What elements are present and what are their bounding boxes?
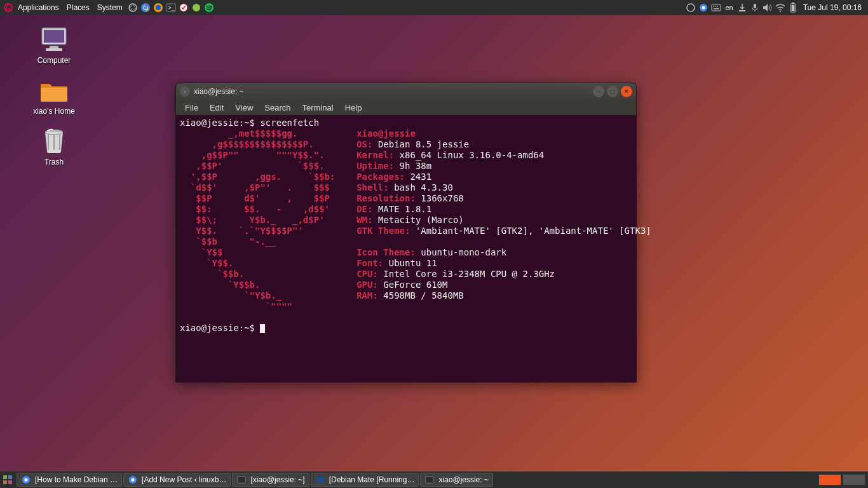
- window-close-button[interactable]: ✕: [621, 86, 632, 97]
- svg-rect-16: [713, 6, 714, 7]
- svg-rect-21: [754, 4, 756, 8]
- task-label: xiao@jessie: ~: [438, 475, 489, 484]
- battery-tray-icon[interactable]: [787, 1, 799, 14]
- applications-menu[interactable]: Applications: [14, 3, 63, 12]
- task-virtualbox[interactable]: [Debian Mate [Running…: [311, 473, 419, 487]
- qbittorrent-icon[interactable]: [190, 1, 203, 14]
- microphone-tray-icon[interactable]: [749, 1, 761, 14]
- terminal-icon: [236, 475, 247, 485]
- desktop-trash-label: Trash: [25, 158, 83, 166]
- terminal-body[interactable]: xiao@jessie:~$ screenfetch _,met$$$$$gg.…: [176, 115, 636, 382]
- spotify-icon[interactable]: [203, 1, 215, 14]
- svg-rect-28: [50, 46, 58, 48]
- svg-rect-30: [41, 88, 67, 102]
- chrome-icon[interactable]: [139, 1, 152, 14]
- terminal-menubar: File Edit View Search Terminal Help: [176, 100, 636, 115]
- terminal-window: ◦ xiao@jessie: ~ — ▢ ✕ File Edit View Se…: [175, 83, 637, 383]
- svg-rect-25: [791, 5, 794, 11]
- svg-rect-42: [316, 477, 323, 484]
- chrome-tray-icon[interactable]: [697, 1, 710, 14]
- desktop-home[interactable]: xiao's Home: [25, 76, 83, 116]
- desktop-computer[interactable]: Computer: [25, 25, 83, 65]
- task-label: [Add New Post ‹ linuxb…: [142, 475, 226, 484]
- gtg-icon[interactable]: [177, 1, 190, 14]
- svg-rect-18: [717, 6, 718, 7]
- updates-tray-icon[interactable]: [736, 1, 749, 14]
- svg-point-22: [780, 11, 781, 12]
- keyboard-tray-icon[interactable]: [710, 1, 722, 14]
- menu-view[interactable]: View: [231, 102, 257, 114]
- firefox-icon[interactable]: [152, 1, 165, 14]
- desktop-computer-label: Computer: [25, 56, 83, 65]
- svg-point-1: [129, 4, 137, 11]
- shutter-icon[interactable]: [126, 1, 139, 14]
- terminal-launcher-icon[interactable]: >_: [165, 1, 177, 14]
- chrome-icon: [21, 475, 31, 485]
- show-desktop-button[interactable]: [0, 472, 15, 487]
- bottom-panel: [How to Make Debian … [Add New Post ‹ li…: [0, 471, 868, 488]
- svg-text:>_: >_: [168, 5, 175, 11]
- svg-rect-27: [44, 30, 64, 43]
- terminal-icon: [424, 475, 435, 485]
- menu-file[interactable]: File: [181, 102, 202, 114]
- workspace-2[interactable]: [843, 474, 865, 485]
- window-maximize-button[interactable]: ▢: [607, 86, 618, 97]
- task-chrome-2[interactable]: [Add New Post ‹ linuxb…: [123, 473, 231, 487]
- task-label: [xiao@jessie: ~]: [250, 475, 304, 484]
- places-menu[interactable]: Places: [63, 3, 93, 12]
- svg-rect-33: [3, 475, 7, 479]
- virtualbox-icon: [315, 475, 325, 485]
- svg-rect-19: [714, 8, 719, 10]
- menu-terminal[interactable]: Terminal: [299, 102, 337, 114]
- workspace-1[interactable]: [818, 474, 841, 485]
- home-folder-icon: [38, 76, 70, 104]
- volume-tray-icon[interactable]: [761, 1, 774, 14]
- svg-point-6: [156, 5, 161, 10]
- svg-rect-24: [792, 3, 794, 4]
- menu-help[interactable]: Help: [341, 102, 366, 114]
- task-chrome-1[interactable]: [How to Make Debian …: [17, 473, 122, 487]
- task-label: [Debian Mate [Running…: [329, 475, 415, 484]
- task-label: [How to Make Debian …: [35, 475, 118, 484]
- debian-logo-icon[interactable]: [3, 2, 14, 13]
- svg-rect-17: [715, 6, 716, 7]
- svg-point-40: [131, 478, 134, 481]
- svg-rect-34: [8, 475, 12, 479]
- top-panel: Applications Places System >_ en Tue Jul…: [0, 0, 868, 15]
- svg-point-10: [193, 4, 200, 11]
- task-terminal-1[interactable]: [xiao@jessie: ~]: [232, 473, 309, 487]
- svg-point-14: [702, 6, 705, 9]
- svg-rect-36: [8, 480, 12, 484]
- system-menu[interactable]: System: [93, 3, 126, 12]
- svg-rect-43: [426, 477, 433, 484]
- desktop-trash[interactable]: Trash: [25, 127, 83, 166]
- window-title: xiao@jessie: ~: [194, 87, 593, 96]
- terminal-window-icon: ◦: [180, 86, 190, 97]
- task-terminal-2[interactable]: xiao@jessie: ~: [420, 473, 493, 487]
- svg-rect-15: [712, 4, 721, 11]
- svg-rect-29: [46, 48, 62, 51]
- svg-rect-20: [739, 10, 745, 11]
- svg-point-4: [144, 6, 147, 10]
- desktop-icons: Computer xiao's Home Trash: [25, 25, 102, 178]
- computer-icon: [38, 25, 70, 53]
- trash-icon: [38, 127, 70, 155]
- desktop-home-label: xiao's Home: [25, 107, 83, 116]
- clock[interactable]: Tue Jul 19, 00:16: [799, 3, 865, 12]
- svg-point-12: [687, 4, 695, 11]
- chrome-icon: [128, 475, 138, 485]
- svg-point-38: [24, 478, 27, 481]
- aperture-tray-icon[interactable]: [684, 1, 697, 14]
- menu-edit[interactable]: Edit: [206, 102, 227, 114]
- svg-point-0: [4, 4, 12, 11]
- language-indicator[interactable]: en: [722, 4, 735, 11]
- svg-rect-41: [238, 477, 245, 484]
- window-minimize-button[interactable]: —: [593, 86, 604, 97]
- svg-rect-35: [3, 480, 7, 484]
- network-tray-icon[interactable]: [774, 1, 787, 14]
- menu-search[interactable]: Search: [261, 102, 294, 114]
- window-titlebar[interactable]: ◦ xiao@jessie: ~ — ▢ ✕: [176, 83, 636, 100]
